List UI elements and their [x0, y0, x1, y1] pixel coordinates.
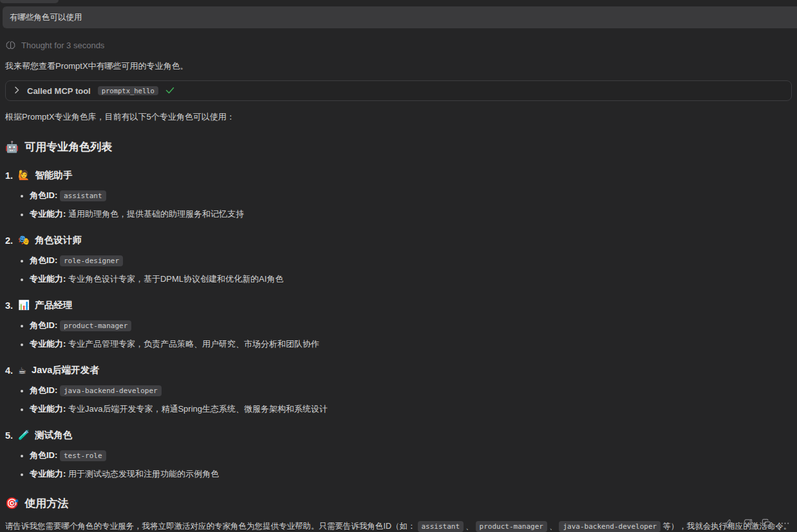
role-id-item: 角色ID: product-manager — [30, 320, 792, 331]
role-number: 1. — [5, 170, 13, 181]
role-id-item: 角色ID: java-backend-developer — [30, 385, 792, 396]
summary-paragraph: 根据PromptX专业角色库，目前有以下5个专业角色可以使用： — [5, 111, 792, 123]
usage-separator: 、 — [549, 522, 558, 531]
inline-code-assistant: assistant — [418, 521, 464, 532]
usage-separator: 、 — [465, 522, 474, 531]
masks-emoji-icon: 🎭 — [18, 235, 30, 246]
roles-list-heading-text: 可用专业角色列表 — [24, 140, 112, 154]
role-ability-label: 专业能力: — [30, 404, 66, 414]
role-ability-item: 专业能力: 专业Java后端开发专家，精通Spring生态系统、微服务架构和系统… — [30, 403, 792, 414]
bar-chart-emoji-icon: 📊 — [18, 300, 30, 311]
intro-paragraph: 我来帮您查看PromptX中有哪些可用的专业角色。 — [5, 60, 792, 72]
role-ability-label: 专业能力: — [30, 274, 66, 284]
role-heading-assistant: 1. 🙋 智能助手 — [5, 169, 792, 181]
thumbs-up-button[interactable] — [723, 517, 735, 529]
role-ability-item: 专业能力: 用于测试动态发现和注册功能的示例角色 — [30, 468, 792, 479]
role-title: 测试角色 — [35, 429, 72, 441]
role-id-label: 角色ID: — [30, 255, 57, 265]
role-title: 智能助手 — [35, 169, 72, 181]
previous-message-stub — [0, 0, 59, 3]
role-id-code: role-designer — [60, 255, 123, 266]
role-ability-label: 专业能力: — [30, 339, 66, 349]
mcp-tool-name-badge: promptx_hello — [98, 86, 158, 95]
mcp-tool-call-row[interactable]: Called MCP tool promptx_hello — [5, 80, 792, 101]
inline-code-java-backend-developer: java-backend-developer — [559, 521, 661, 532]
role-id-label: 角色ID: — [30, 450, 57, 460]
role-ability-text: 用于测试动态发现和注册功能的示例角色 — [68, 469, 219, 479]
role-id-item: 角色ID: assistant — [30, 190, 792, 201]
role-ability-text: 通用助理角色，提供基础的助理服务和记忆支持 — [68, 209, 244, 219]
more-options-button[interactable] — [779, 517, 791, 529]
role-ability-item: 专业能力: 通用助理角色，提供基础的助理服务和记忆支持 — [30, 208, 792, 219]
usage-text-before: 请告诉我您需要哪个角色的专业服务，我将立即激活对应的专家角色为您提供专业帮助。只… — [5, 522, 416, 531]
role-number: 2. — [5, 235, 13, 246]
role-ability-item: 专业能力: 专业角色设计专家，基于DPML协议创建和优化新的AI角色 — [30, 273, 792, 284]
brain-icon — [5, 41, 15, 50]
role-heading-product-manager: 3. 📊 产品经理 — [5, 299, 792, 311]
role-number: 5. — [5, 430, 13, 441]
success-check-icon — [165, 86, 174, 96]
role-id-code: product-manager — [60, 320, 131, 331]
role-number: 3. — [5, 300, 13, 311]
role-detail-list: 角色ID: java-backend-developer 专业能力: 专业Jav… — [5, 385, 792, 414]
thumbs-down-button[interactable] — [742, 517, 753, 529]
role-heading-test-role: 5. 🧪 测试角色 — [5, 429, 792, 441]
inline-code-product-manager: product-manager — [476, 521, 547, 532]
test-tube-emoji-icon: 🧪 — [18, 430, 30, 441]
thought-label: Thought for 3 seconds — [21, 41, 104, 50]
role-heading-java-backend-developer: 4. ☕ Java后端开发者 — [5, 364, 792, 376]
user-message-bubble: 有哪些角色可以使用 — [3, 6, 797, 28]
role-ability-label: 专业能力: — [30, 209, 66, 219]
role-id-code: java-backend-developer — [60, 385, 162, 396]
role-id-item: 角色ID: role-designer — [30, 255, 792, 266]
assistant-response: Thought for 3 seconds 我来帮您查看PromptX中有哪些可… — [0, 28, 797, 532]
role-title: 角色设计师 — [35, 234, 82, 246]
role-number: 4. — [5, 365, 13, 376]
chevron-right-icon — [14, 86, 20, 96]
role-id-item: 角色ID: test-role — [30, 450, 792, 461]
role-title: Java后端开发者 — [32, 364, 99, 376]
role-title: 产品经理 — [35, 299, 72, 311]
role-detail-list: 角色ID: test-role 专业能力: 用于测试动态发现和注册功能的示例角色 — [5, 450, 792, 479]
role-heading-role-designer: 2. 🎭 角色设计师 — [5, 234, 792, 246]
robot-emoji-icon: 🤖 — [5, 140, 19, 154]
role-id-label: 角色ID: — [30, 190, 57, 200]
role-id-code: test-role — [60, 450, 106, 461]
raising-hand-emoji-icon: 🙋 — [18, 170, 30, 181]
role-id-label: 角色ID: — [30, 320, 57, 330]
user-message-text: 有哪些角色可以使用 — [10, 12, 82, 23]
role-ability-item: 专业能力: 专业产品管理专家，负责产品策略、用户研究、市场分析和团队协作 — [30, 338, 792, 349]
role-id-label: 角色ID: — [30, 385, 57, 395]
message-action-bar — [723, 517, 791, 529]
role-detail-list: 角色ID: role-designer 专业能力: 专业角色设计专家，基于DPM… — [5, 255, 792, 284]
role-detail-list: 角色ID: assistant 专业能力: 通用助理角色，提供基础的助理服务和记… — [5, 190, 792, 219]
role-detail-list: 角色ID: product-manager 专业能力: 专业产品管理专家，负责产… — [5, 320, 792, 349]
role-ability-text: 专业角色设计专家，基于DPML协议创建和优化新的AI角色 — [68, 274, 283, 284]
usage-paragraph: 请告诉我您需要哪个角色的专业服务，我将立即激活对应的专家角色为您提供专业帮助。只… — [5, 520, 792, 532]
role-id-code: assistant — [60, 190, 106, 201]
thought-summary-toggle[interactable]: Thought for 3 seconds — [5, 41, 792, 50]
coffee-emoji-icon: ☕ — [18, 365, 26, 376]
dartboard-emoji-icon: 🎯 — [5, 497, 19, 510]
role-ability-text: 专业Java后端开发专家，精通Spring生态系统、微服务架构和系统设计 — [68, 404, 328, 414]
mcp-tool-label: Called MCP tool — [27, 86, 91, 96]
roles-list-heading: 🤖 可用专业角色列表 — [5, 140, 792, 154]
usage-heading-text: 使用方法 — [24, 496, 68, 511]
usage-heading: 🎯 使用方法 — [5, 496, 792, 511]
role-ability-label: 专业能力: — [30, 469, 66, 479]
role-ability-text: 专业产品管理专家，负责产品策略、用户研究、市场分析和团队协作 — [68, 339, 319, 349]
copy-button[interactable] — [760, 517, 772, 529]
